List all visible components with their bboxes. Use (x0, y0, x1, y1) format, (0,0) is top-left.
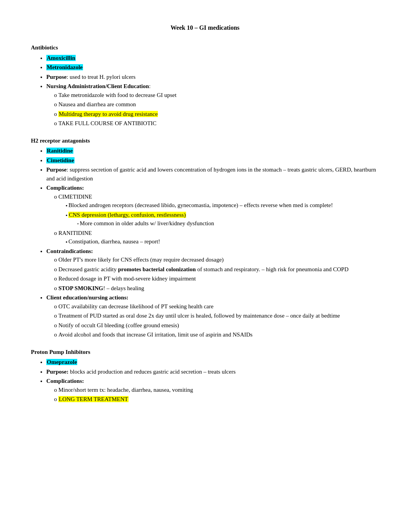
cimetidine-item: Cimetidine (46, 156, 379, 165)
h2-receptor-heading: H2 receptor antagonists (31, 136, 379, 145)
complications-sublist: CIMETIDINE Blocked androgen receptors (d… (54, 192, 379, 246)
ppi-complications-sublist: Minor/short term tx: headache, diarrhea,… (54, 386, 379, 404)
edu-4: Avoid alcohol and foods that increase GI… (54, 330, 379, 339)
ranitidine-complications: RANITIDINE Constipation, diarrhea, nause… (54, 229, 379, 246)
h2-complications-item: Complications: CIMETIDINE Blocked androg… (46, 184, 379, 246)
ppi-purpose-item: Purpose: blocks acid production and redu… (46, 367, 379, 376)
contra-2: Decreased gastric acidity promotes bacte… (54, 265, 379, 274)
antibiotics-heading: Antibiotics (31, 43, 379, 52)
ranitidine-sublist: Constipation, diarrhea, nausea – report! (66, 237, 379, 246)
nursing-2: Nausea and diarrhea are common (54, 100, 379, 109)
h2-contraindications-item: Contraindications: Older PT's more likel… (46, 247, 379, 293)
client-education-sublist: OTC availability can decrease likelihood… (54, 302, 379, 339)
contra-1: Older PT's more likely for CNS effects (… (54, 255, 379, 264)
ppi-comp-2: LONG TERM TREATMENT (54, 395, 379, 404)
nursing-4: TAKE FULL COURSE OF ANTIBIOTIC (54, 119, 379, 128)
nursing-1: Take metronidazole with food to decrease… (54, 91, 379, 100)
nursing-admin-item: Nursing Administration/Client Education:… (46, 82, 379, 128)
purpose-item: Purpose: used to treat H. pylori ulcers (46, 73, 379, 82)
page-title: Week 10 – GI medications (31, 23, 379, 32)
multidrug-highlight: Multidrug therapy to avoid drug resistan… (58, 111, 158, 117)
antibiotics-list: Amoxicillin Metronidazole Purpose: used … (46, 54, 379, 128)
proton-pump-heading: Proton Pump Inhibitors (31, 348, 379, 357)
cimetidine-sublist: Blocked androgen receptors (decreased li… (66, 201, 379, 228)
contraindications-sublist: Older PT's more likely for CNS effects (… (54, 255, 379, 292)
ppi-complications-item: Complications: Minor/short term tx: head… (46, 377, 379, 404)
section-antibiotics: Antibiotics Amoxicillin Metronidazole Pu… (31, 43, 379, 128)
contra-4: STOP SMOKING! – delays healing (54, 284, 379, 293)
cimetidine-1: Blocked androgen receptors (decreased li… (66, 201, 379, 210)
edu-1: OTC availability can decrease likelihood… (54, 302, 379, 311)
cns-highlight: CNS depression (lethargy, confusion, res… (68, 212, 186, 218)
amoxicillin-label: Amoxicillin (46, 55, 76, 61)
omeprazole-label: Omeprazole (46, 359, 77, 365)
h2-client-education-item: Client education/nursing actions: OTC av… (46, 293, 379, 339)
ranitidine-label: Ranitidine (46, 148, 73, 154)
edu-3: Notify of occult GI bleeding (coffee gro… (54, 321, 379, 330)
metronidazole-label: Metronidazole (46, 64, 83, 70)
contra-3: Reduced dosage in PT with mod-severe kid… (54, 274, 379, 283)
edu-2: Treatment of PUD started as oral dose 2x… (54, 311, 379, 320)
section-proton-pump: Proton Pump Inhibitors Omeprazole Purpos… (31, 348, 379, 404)
cimetidine-2: CNS depression (lethargy, confusion, res… (66, 211, 379, 228)
cns-sublist: More common in older adults w/ liver/kid… (77, 219, 379, 228)
amoxicillin-item: Amoxicillin (46, 54, 379, 63)
cns-1: More common in older adults w/ liver/kid… (77, 219, 379, 228)
long-term-highlight: LONG TERM TREATMENT (58, 396, 128, 402)
h2-purpose-item: Purpose: suppress secretion of gastric a… (46, 165, 379, 183)
metronidazole-item: Metronidazole (46, 63, 379, 72)
ranitidine-1: Constipation, diarrhea, nausea – report! (66, 237, 379, 246)
h2-receptor-list: Ranitidine Cimetidine Purpose: suppress … (46, 146, 379, 339)
cimetidine-complications: CIMETIDINE Blocked androgen receptors (d… (54, 192, 379, 228)
ranitidine-item: Ranitidine (46, 146, 379, 155)
ppi-comp-1: Minor/short term tx: headache, diarrhea,… (54, 386, 379, 394)
proton-pump-list: Omeprazole Purpose: blocks acid producti… (46, 358, 379, 404)
section-h2-receptor: H2 receptor antagonists Ranitidine Cimet… (31, 136, 379, 339)
omeprazole-item: Omeprazole (46, 358, 379, 367)
nursing-admin-sublist: Take metronidazole with food to decrease… (54, 91, 379, 128)
nursing-3: Multidrug therapy to avoid drug resistan… (54, 110, 379, 119)
cimetidine-label: Cimetidine (46, 157, 75, 163)
